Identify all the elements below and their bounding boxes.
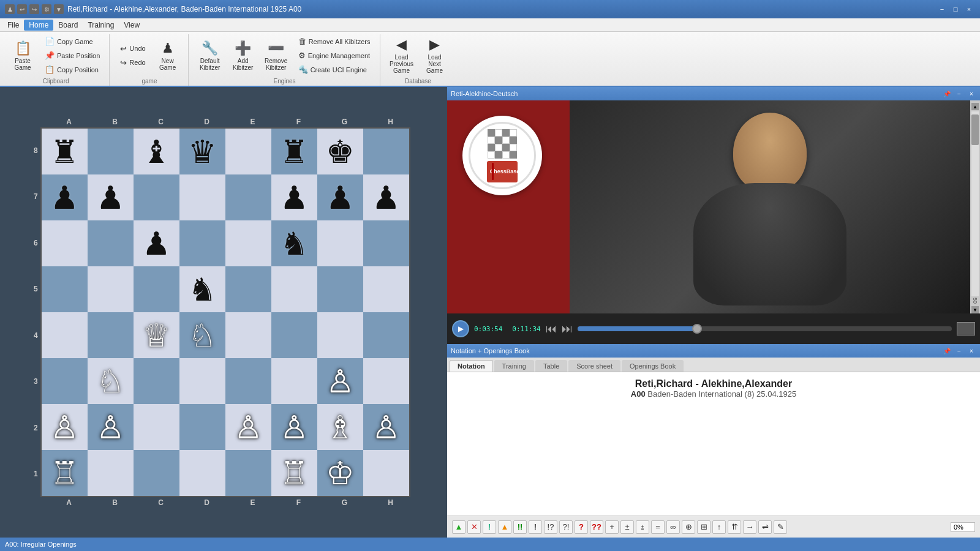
piece-c6[interactable]: ♟	[142, 228, 171, 260]
square-f1[interactable]: ♖	[271, 450, 317, 496]
annot-good-move[interactable]: ▲	[452, 520, 466, 534]
progress-field[interactable]	[951, 522, 975, 532]
piece-d8[interactable]: ♛	[188, 136, 217, 168]
quick-access-1[interactable]: ↩	[17, 4, 27, 14]
square-g5[interactable]	[317, 266, 363, 312]
video-close-button[interactable]: ×	[967, 89, 976, 98]
square-h1[interactable]	[363, 450, 409, 496]
annot-arrow-up[interactable]: ↑	[712, 520, 726, 534]
piece-f2[interactable]: ♙	[280, 411, 309, 443]
menu-view[interactable]: View	[119, 20, 145, 31]
annot-exclaim[interactable]: !	[483, 520, 496, 534]
remove-all-kibitzers-button[interactable]: 🗑 Remove All Kibitzers	[294, 35, 375, 48]
square-d6[interactable]	[179, 220, 225, 266]
progress-bar[interactable]	[578, 326, 952, 331]
square-a2[interactable]: ♙	[42, 404, 88, 450]
piece-g1[interactable]: ♔	[326, 457, 355, 489]
tab-table[interactable]: Table	[535, 360, 567, 372]
square-f2[interactable]: ♙	[271, 404, 317, 450]
piece-e2[interactable]: ♙	[234, 411, 263, 443]
square-d5[interactable]: ♞	[179, 266, 225, 312]
square-c1[interactable]	[134, 450, 179, 496]
fast-forward-button[interactable]: ⏭	[562, 323, 573, 335]
menu-training[interactable]: Training	[83, 20, 119, 31]
quick-access-2[interactable]: ↪	[29, 4, 39, 14]
play-button[interactable]: ▶	[452, 320, 469, 337]
copy-game-button[interactable]: 📄 Copy Game	[40, 35, 104, 48]
square-a7[interactable]: ♟	[42, 174, 88, 220]
square-b3[interactable]: ♘	[88, 358, 134, 404]
square-b8[interactable]	[88, 129, 134, 174]
square-g3[interactable]: ♙	[317, 358, 363, 404]
square-f6[interactable]: ♞	[271, 220, 317, 266]
square-e1[interactable]	[225, 450, 271, 496]
minimize-button[interactable]: −	[936, 4, 948, 15]
square-h7[interactable]: ♟	[363, 174, 409, 220]
volume-box[interactable]	[957, 322, 975, 335]
engine-management-button[interactable]: ⚙ Engine Management	[294, 49, 375, 62]
square-d3[interactable]	[179, 358, 225, 404]
square-a6[interactable]	[42, 220, 88, 266]
annot-infinity[interactable]: ∞	[666, 520, 680, 534]
load-previous-button[interactable]: ◀ Load Previous Game	[386, 37, 417, 74]
piece-d4[interactable]: ♘	[188, 320, 217, 351]
vsb-thumb[interactable]	[971, 114, 979, 145]
maximize-button[interactable]: □	[949, 4, 962, 15]
square-b6[interactable]	[88, 220, 134, 266]
annot-exclaim2[interactable]: !	[529, 520, 542, 534]
piece-h2[interactable]: ♙	[372, 411, 401, 443]
square-a1[interactable]: ♖	[42, 450, 88, 496]
square-e7[interactable]	[225, 174, 271, 220]
annot-equals[interactable]: =	[651, 520, 665, 534]
square-a3[interactable]	[42, 358, 88, 404]
square-c2[interactable]	[134, 404, 179, 450]
square-g2[interactable]: ♗	[317, 404, 363, 450]
piece-d5[interactable]: ♞	[188, 274, 217, 305]
square-h6[interactable]	[363, 220, 409, 266]
square-g6[interactable]	[317, 220, 363, 266]
square-d1[interactable]	[179, 450, 225, 496]
notation-close-button[interactable]: ×	[967, 347, 976, 355]
square-c7[interactable]	[134, 174, 179, 220]
square-c6[interactable]: ♟	[134, 220, 179, 266]
square-f4[interactable]	[271, 312, 317, 358]
square-g7[interactable]: ♟	[317, 174, 363, 220]
tab-score-sheet[interactable]: Score sheet	[568, 360, 620, 372]
annot-double-question[interactable]: ??	[590, 520, 603, 534]
square-e6[interactable]	[225, 220, 271, 266]
square-g1[interactable]: ♔	[317, 450, 363, 496]
piece-a2[interactable]: ♙	[50, 411, 79, 443]
square-f8[interactable]: ♜	[271, 129, 317, 174]
annot-circle-plus[interactable]: ⊕	[682, 520, 695, 534]
copy-position-button[interactable]: 📋 Copy Position	[40, 63, 104, 76]
annot-double-arrow[interactable]: ⇈	[728, 520, 741, 534]
square-a8[interactable]: ♜	[42, 129, 88, 174]
square-e4[interactable]	[225, 312, 271, 358]
square-f5[interactable]	[271, 266, 317, 312]
piece-g8[interactable]: ♚	[326, 136, 355, 168]
piece-c4[interactable]: ♕	[142, 320, 171, 351]
piece-f7[interactable]: ♟	[280, 182, 309, 214]
menu-file[interactable]: File	[2, 20, 24, 31]
annot-question[interactable]: ?	[575, 520, 588, 534]
square-d2[interactable]	[179, 404, 225, 450]
menu-home[interactable]: Home	[24, 20, 53, 31]
quick-access-3[interactable]: ⚙	[42, 4, 51, 14]
video-minimize-button[interactable]: −	[954, 89, 964, 98]
quick-access-4[interactable]: ▼	[54, 4, 64, 14]
square-c4[interactable]: ♕	[134, 312, 179, 358]
annot-plus-minus[interactable]: ±	[620, 520, 634, 534]
square-a5[interactable]	[42, 266, 88, 312]
annot-question-exclaim[interactable]: ?!	[559, 520, 573, 534]
square-h4[interactable]	[363, 312, 409, 358]
redo-button[interactable]: ↪ Redo	[116, 56, 149, 69]
piece-b2[interactable]: ♙	[96, 411, 125, 443]
remove-kibitzer-button[interactable]: ➖ Remove Kibitzer	[261, 37, 292, 74]
piece-g3[interactable]: ♙	[326, 365, 355, 397]
square-g4[interactable]	[317, 312, 363, 358]
tab-training[interactable]: Training	[494, 360, 534, 372]
square-c5[interactable]	[134, 266, 179, 312]
square-f3[interactable]	[271, 358, 317, 404]
annot-exclaim-question[interactable]: !?	[544, 520, 557, 534]
square-g8[interactable]: ♚	[317, 129, 363, 174]
